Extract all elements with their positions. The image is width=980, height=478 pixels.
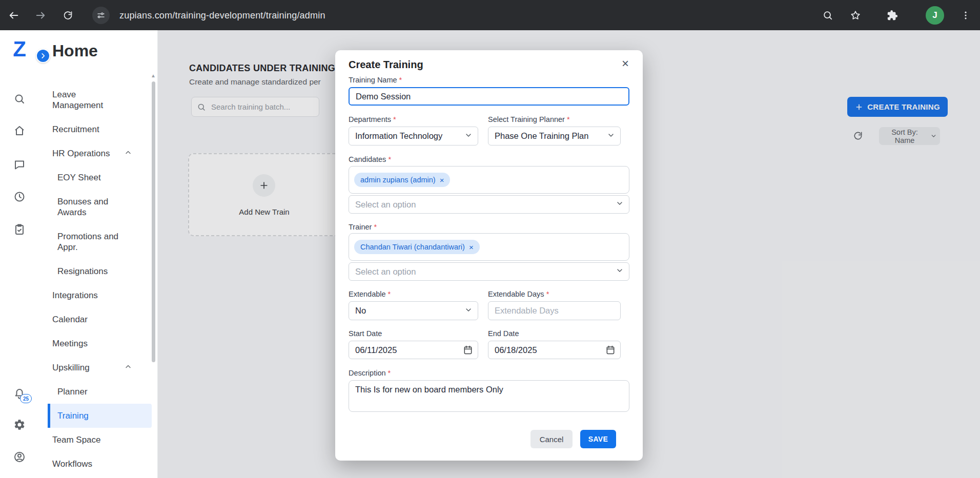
page-title: Home [52, 41, 98, 60]
sidebar-item-leave-management[interactable]: Leave Management [39, 82, 157, 117]
home-icon[interactable] [13, 124, 26, 137]
url-bar[interactable]: zupians.com/training-development/trainin… [119, 10, 325, 20]
chevron-up-icon [124, 362, 132, 373]
start-date-label: Start Date [349, 329, 382, 338]
extendable-days-input[interactable] [488, 301, 621, 320]
profile-icon[interactable] [13, 451, 26, 463]
planner-label: Select Training Planner [488, 115, 570, 123]
trainer-chip: Chandan Tiwari (chandantiwari) × [354, 240, 480, 254]
extendable-select[interactable]: No [349, 301, 478, 320]
reload-icon[interactable] [63, 10, 73, 20]
site-info-icon[interactable] [92, 7, 110, 24]
app-logo: Z [0, 38, 39, 60]
notifications-bell-icon[interactable]: 25 [13, 387, 26, 400]
candidates-select[interactable]: Select an option [349, 195, 629, 214]
candidate-chip: admin zupians (admin) × [354, 173, 450, 187]
forward-icon[interactable] [35, 10, 46, 21]
modal-title: Create Training [349, 59, 423, 71]
sidebar-item-training[interactable]: Training [48, 404, 152, 428]
end-date-label: End Date [488, 329, 519, 338]
save-button[interactable]: SAVE [580, 430, 616, 448]
chevron-up-icon [124, 148, 132, 159]
cancel-button[interactable]: Cancel [530, 430, 573, 448]
start-date-input[interactable] [349, 341, 478, 359]
tasks-icon[interactable] [13, 223, 26, 236]
extendable-label: Extendable [349, 290, 391, 298]
sidebar-scrollbar[interactable] [152, 81, 155, 362]
sidebar-expand-toggle[interactable] [36, 49, 50, 63]
browser-menu-icon[interactable] [961, 10, 971, 20]
clock-icon[interactable] [13, 191, 26, 203]
description-textarea[interactable]: This Is for new on board members Only [349, 380, 629, 412]
remove-chip-icon[interactable]: × [469, 243, 474, 251]
sidebar-item-integrations[interactable]: Integrations [39, 283, 157, 307]
back-icon[interactable] [8, 10, 19, 21]
sidebar: Home Leave Management Recruitment HR Ope… [39, 30, 158, 478]
remove-chip-icon[interactable]: × [440, 176, 444, 184]
sidebar-item-promotions-appr[interactable]: Promotions and Appr. [39, 224, 157, 259]
trainer-label: Trainer [349, 223, 377, 231]
training-name-input[interactable] [349, 87, 629, 106]
chevron-down-icon [616, 266, 624, 277]
browser-chrome: zupians.com/training-development/trainin… [0, 0, 980, 30]
training-name-label: Training Name [349, 76, 402, 84]
sidebar-item-meetings[interactable]: Meetings [39, 331, 157, 356]
sidebar-item-upskilling[interactable]: Upskilling [39, 356, 157, 380]
planner-select[interactable]: Phase One Training Plan [488, 127, 621, 146]
scroll-up-arrow[interactable]: ▲ [151, 73, 156, 78]
search-icon[interactable] [13, 93, 26, 105]
sidebar-item-workflows[interactable]: Workflows [39, 452, 157, 476]
sidebar-item-team-space[interactable]: Team Space [39, 428, 157, 452]
notification-count-badge: 25 [20, 394, 32, 403]
end-date-input[interactable] [488, 341, 621, 359]
calendar-icon[interactable] [463, 345, 473, 355]
departments-label: Departments [349, 115, 396, 123]
sidebar-menu: Leave Management Recruitment HR Operatio… [39, 82, 157, 476]
create-training-modal: Create Training × Training Name Departme… [335, 50, 643, 461]
chevron-down-icon [607, 131, 615, 141]
bookmark-star-icon[interactable] [850, 10, 861, 21]
extensions-icon[interactable] [887, 10, 898, 21]
calendar-icon[interactable] [605, 345, 616, 355]
profile-avatar[interactable]: J [926, 6, 944, 25]
extendable-days-label: Extendable Days [488, 290, 549, 298]
candidates-chipbox: admin zupians (admin) × [349, 166, 629, 194]
candidates-label: Candidates [349, 155, 391, 163]
zoom-icon[interactable] [822, 10, 833, 21]
icon-rail: Z 25 [0, 30, 39, 478]
chevron-down-icon [464, 131, 473, 141]
chevron-down-icon [616, 199, 624, 210]
chevron-down-icon [464, 306, 473, 316]
chat-icon[interactable] [13, 158, 26, 171]
close-icon[interactable]: × [618, 56, 632, 71]
sidebar-item-calendar[interactable]: Calendar [39, 307, 157, 331]
sidebar-item-planner[interactable]: Planner [39, 380, 157, 404]
sidebar-item-eoy-sheet[interactable]: EOY Sheet [39, 165, 157, 190]
description-label: Description [349, 369, 391, 377]
trainer-chipbox: Chandan Tiwari (chandantiwari) × [349, 233, 629, 261]
sidebar-item-recruitment[interactable]: Recruitment [39, 117, 157, 141]
settings-gear-icon[interactable] [13, 419, 26, 431]
departments-select[interactable]: Information Technology [349, 127, 478, 146]
trainer-select[interactable]: Select an option [349, 262, 629, 281]
sidebar-item-resignations[interactable]: Resignations [39, 259, 157, 283]
sidebar-item-hr-operations[interactable]: HR Operations [39, 141, 157, 165]
screen: zupians.com/training-development/trainin… [0, 0, 980, 478]
sidebar-item-bonuses-awards[interactable]: Bonuses and Awards [39, 190, 157, 224]
